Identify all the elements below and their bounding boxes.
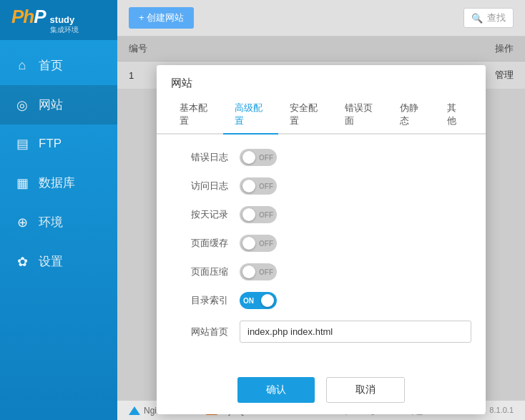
sidebar-item-database[interactable]: ▦ 数据库 [0,163,117,202]
table-area: 编号 操作 1 管理 网站 基本配置 高级配置 安全配置 错误页面 伪静态 其他 [117,36,525,400]
ftp-icon: ▤ [14,136,30,152]
sidebar: PhP study 集成环境 ⌂ 首页 ◎ 网站 ▤ FTP ▦ 数据库 ⊕ 环… [0,0,117,420]
modal-tabs: 基本配置 高级配置 安全配置 错误页面 伪静态 其他 [157,90,486,135]
confirm-button[interactable]: 确认 [237,377,315,403]
field-access-log: 访问日志 OFF [171,177,471,195]
toggle-knob [242,151,255,164]
main-content: + 创建网站 🔍 查找 编号 操作 1 管理 网站 基本配置 高级配置 安全配置 [117,0,525,420]
toggle-knob [261,294,274,307]
sidebar-nav: ⌂ 首页 ◎ 网站 ▤ FTP ▦ 数据库 ⊕ 环境 ✿ 设置 [0,40,117,420]
label-error-log: 错误日志 [171,151,228,164]
toggle-access-log[interactable]: OFF [240,177,277,195]
sidebar-item-label: FTP [39,137,62,151]
toggle-dir-index[interactable]: ON [240,292,277,309]
field-page-compress: 页面压缩 OFF [171,263,471,280]
sidebar-item-website[interactable]: ◎ 网站 [0,85,117,124]
label-dir-index: 目录索引 [171,294,228,307]
toggle-on-label: ON [243,297,254,305]
search-placeholder: 查找 [487,11,506,24]
toggle-slider-error-log: OFF [240,149,277,166]
nginx-icon [129,406,140,415]
field-home-page: 网站首页 [171,321,471,343]
search-bar: 🔍 查找 [463,8,514,28]
tab-advanced[interactable]: 高级配置 [223,96,278,135]
toggle-off-label: OFF [259,182,273,190]
home-icon: ⌂ [14,58,30,73]
create-website-button[interactable]: + 创建网站 [129,7,194,29]
toggle-page-cache[interactable]: OFF [240,235,277,252]
modal-title: 网站 [157,65,486,90]
toggle-slider-access-log: OFF [240,177,277,195]
toggle-knob [242,237,255,250]
label-daily-log: 按天记录 [171,208,228,221]
toolbar: + 创建网站 🔍 查找 [117,0,525,36]
tab-error-page[interactable]: 错误页面 [333,96,388,135]
sidebar-item-label: 设置 [39,253,63,270]
label-home-page: 网站首页 [171,326,228,338]
modal-footer: 确认 取消 [157,368,486,414]
sidebar-item-settings[interactable]: ✿ 设置 [0,242,117,281]
sidebar-item-label: 环境 [39,214,63,230]
sidebar-item-label: 首页 [39,57,63,74]
search-icon: 🔍 [471,13,483,24]
tab-basic[interactable]: 基本配置 [168,96,223,135]
toggle-knob [242,208,255,221]
home-page-input[interactable] [240,321,471,343]
cancel-button[interactable]: 取消 [326,377,405,403]
modal-overlay: 网站 基本配置 高级配置 安全配置 错误页面 伪静态 其他 错误日志 [117,36,525,400]
label-page-compress: 页面压缩 [171,265,228,278]
label-page-cache: 页面缓存 [171,237,228,250]
toggle-off-label: OFF [259,211,273,219]
toggle-slider-daily-log: OFF [240,206,277,223]
sidebar-item-home[interactable]: ⌂ 首页 [0,46,117,85]
toggle-off-label: OFF [259,268,273,276]
env-icon: ⊕ [14,215,30,230]
toggle-page-compress[interactable]: OFF [240,263,277,280]
toggle-knob [242,265,255,278]
toggle-knob [242,180,255,192]
sidebar-item-label: 数据库 [39,175,75,191]
field-page-cache: 页面缓存 OFF [171,235,471,252]
sidebar-item-label: 网站 [39,97,63,113]
field-dir-index: 目录索引 ON [171,292,471,309]
website-icon: ◎ [14,97,30,113]
toggle-slider-dir-index: ON [240,292,277,309]
logo-sub: 集成环境 [50,25,79,35]
tab-other[interactable]: 其他 [436,96,474,135]
settings-icon: ✿ [14,254,30,270]
tab-security[interactable]: 安全配置 [278,96,333,135]
modal-dialog: 网站 基本配置 高级配置 安全配置 错误页面 伪静态 其他 错误日志 [157,65,486,414]
toggle-slider-page-compress: OFF [240,263,277,280]
modal-body: 错误日志 OFF 访问日志 [157,135,486,368]
sidebar-item-ftp[interactable]: ▤ FTP [0,124,117,163]
field-daily-log: 按天记录 OFF [171,206,471,223]
toggle-error-log[interactable]: OFF [240,149,277,166]
tab-pseudo-static[interactable]: 伪静态 [388,96,436,135]
logo: PhP study 集成环境 [0,0,117,40]
toggle-off-label: OFF [259,240,273,248]
sidebar-item-env[interactable]: ⊕ 环境 [0,202,117,242]
label-access-log: 访问日志 [171,180,228,192]
toggle-daily-log[interactable]: OFF [240,206,277,223]
logo-study: study [50,14,79,25]
toggle-off-label: OFF [259,154,273,162]
database-icon: ▦ [14,175,30,191]
field-error-log: 错误日志 OFF [171,149,471,166]
toggle-slider-page-cache: OFF [240,235,277,252]
